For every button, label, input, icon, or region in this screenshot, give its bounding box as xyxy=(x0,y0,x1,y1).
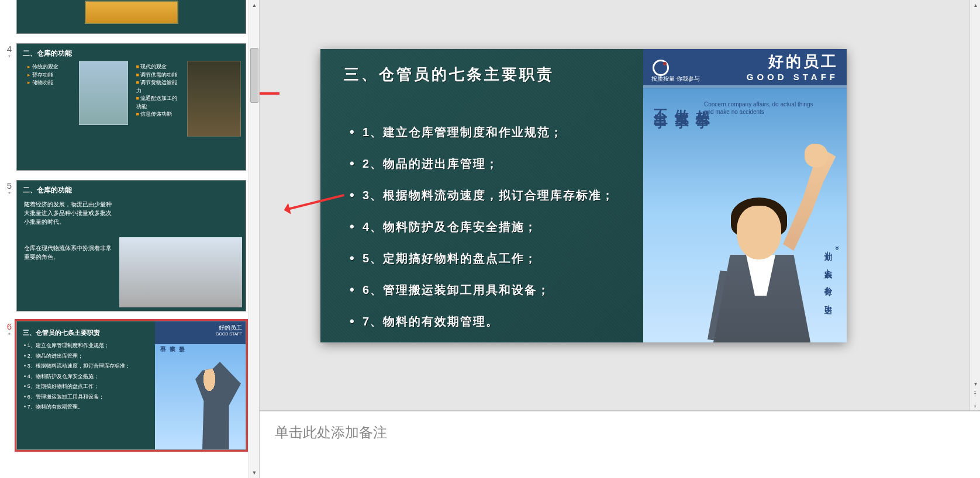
list-item: 1、建立仓库管理制度和作业规范； xyxy=(344,124,629,140)
thumbnails-scrollbar[interactable]: ▲ ▼ xyxy=(249,0,259,478)
logo-icon xyxy=(653,60,669,76)
thumb-5-title: 二、仓库的功能 xyxy=(17,181,246,198)
main-area: 三、仓管员的七条主要职责 1、建立仓库管理制度和作业规范； 2、物品的进出库管理… xyxy=(260,0,980,478)
thumbnail-number-4: 4* xyxy=(2,43,16,61)
list-item: 5、定期搞好物料的盘点工作； xyxy=(344,251,629,266)
slide-thumbnails-panel: 4* 二、仓库的功能 传统的观念 暂存功能 储物功能 现代的观念 调节供需的功能… xyxy=(0,0,260,478)
poster-heading: 好的员工 xyxy=(747,51,838,72)
notes-pane[interactable]: 单击此处添加备注 xyxy=(260,410,980,478)
poster-subheading: GOOD STAFF xyxy=(747,72,838,82)
slide-editor-area[interactable]: 三、仓管员的七条主要职责 1、建立仓库管理制度和作业规范； 2、物品的进出库管理… xyxy=(260,0,980,410)
thumb-6-title: 三、仓管员的七条主要职责 xyxy=(22,326,150,341)
annotation-arrow xyxy=(260,92,279,95)
thumbnail-slide-6[interactable]: 三、仓管员的七条主要职责 1、建立仓库管理制度和作业规范； 2、物品的进出库管理… xyxy=(16,321,246,450)
truck-warehouse-image xyxy=(119,237,242,307)
poster-panel[interactable]: 按质按量 你我参与 好的员工 GOOD STAFF 不出事 做实事 想公事 Co… xyxy=(643,49,847,342)
poster-english-text: Concern company affairs, do actual thing… xyxy=(704,101,813,116)
thumb-4-title: 二、仓库的功能 xyxy=(17,44,246,61)
thumbnail-number-6: 6* xyxy=(2,321,16,338)
prev-slide-icon[interactable]: ⭱ xyxy=(970,389,980,400)
next-slide-icon[interactable]: ⭳ xyxy=(970,400,980,410)
thumbnail-number-5: 5* xyxy=(2,180,16,198)
list-item: 7、物料的有效期管理。 xyxy=(344,314,629,330)
scrollbar-thumb[interactable] xyxy=(250,48,258,103)
poster-slogan: 按质按量 你我参与 xyxy=(651,75,700,83)
thumbnail-slide-3[interactable] xyxy=(16,0,246,34)
slide-title[interactable]: 三、仓管员的七条主要职责 xyxy=(344,64,629,85)
thumbnail-slide-5[interactable]: 二、仓库的功能 随着经济的发展，物流已由少量种大批量进入多品种小批量或多批次小批… xyxy=(16,180,246,311)
shelving-image xyxy=(187,61,241,137)
slide-content-list[interactable]: 1、建立仓库管理制度和作业规范； 2、物品的进出库管理； 3、根据物料流动速度，… xyxy=(344,124,629,330)
scroll-up-icon[interactable]: ▲ xyxy=(249,0,260,11)
scroll-down-icon[interactable]: ▼ xyxy=(249,467,260,478)
forklift-image xyxy=(79,61,128,125)
poster-vertical-text: 不出事 做实事 想公事 xyxy=(651,98,712,105)
list-item: 4、物料防护及仓库安全措施； xyxy=(344,219,629,235)
editor-scrollbar[interactable]: ▴ ▾ ⭱ ⭳ xyxy=(969,0,980,410)
scroll-up-icon[interactable]: ▴ xyxy=(970,0,980,11)
slide-canvas[interactable]: 三、仓管员的七条主要职责 1、建立仓库管理制度和作业规范； 2、物品的进出库管理… xyxy=(320,49,847,342)
thumbnail-slide-4[interactable]: 二、仓库的功能 传统的观念 暂存功能 储物功能 现代的观念 调节供需的功能 调节… xyxy=(16,43,246,171)
notes-placeholder: 单击此处添加备注 xyxy=(275,424,387,440)
list-item: 6、管理搬运装卸工用具和设备； xyxy=(344,282,629,298)
list-item: 2、物品的进出库管理； xyxy=(344,156,629,172)
list-item: 3、根据物料流动速度，拟订合理库存标准； xyxy=(344,188,629,203)
scroll-down-icon[interactable]: ▾ xyxy=(970,379,980,389)
person-illustration xyxy=(689,173,829,342)
thumb-poster: 好的员工 GOOD STAFF 不出事 做实事 想公事 xyxy=(155,321,246,449)
